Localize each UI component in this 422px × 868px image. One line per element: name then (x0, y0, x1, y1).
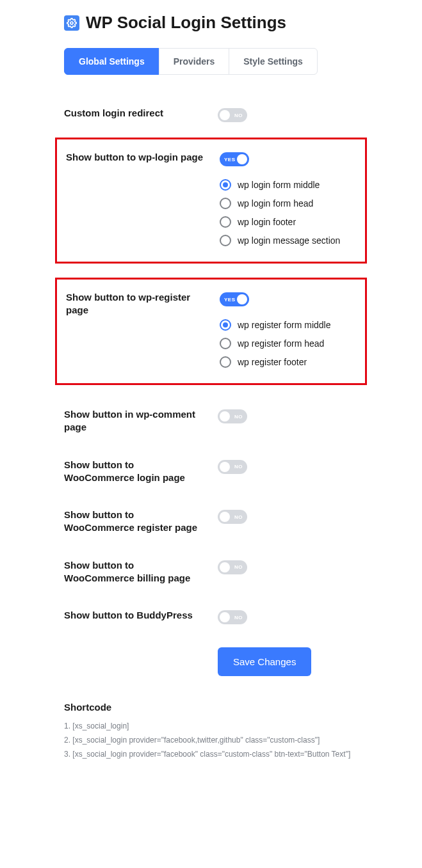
radio-wp-login-footer[interactable]: wp login footer (220, 216, 356, 228)
radio-wp-register-form-head[interactable]: wp register form head (220, 338, 356, 349)
radio-label: wp login form head (238, 198, 313, 209)
radio-label: wp login footer (238, 217, 296, 227)
tabs: Global Settings Providers Style Settings (64, 48, 410, 75)
row-wp-login: Show button to wp-login page YES wp logi… (55, 138, 367, 264)
label-wp-login: Show button to wp-login page (66, 151, 220, 164)
radios-wp-register: wp register form middle wp register form… (220, 319, 356, 368)
gear-icon (64, 15, 79, 31)
svg-point-0 (70, 22, 73, 24)
toggle-wp-comment[interactable]: NO (218, 409, 247, 423)
radio-wp-login-form-middle[interactable]: wp login form middle (220, 179, 356, 191)
row-custom-redirect: Custom login redirect NO (64, 98, 410, 131)
label-woo-login: Show button to WooCommerce login page (64, 459, 218, 485)
radio-label: wp login message section (238, 235, 340, 246)
shortcode-title: Shortcode (64, 702, 410, 713)
tab-providers[interactable]: Providers (159, 48, 230, 75)
row-woo-login: Show button to WooCommerce login page NO (64, 450, 410, 494)
toggle-wp-register[interactable]: YES (220, 292, 249, 306)
row-woo-billing: Show button to WooCommerce billing page … (64, 550, 410, 594)
toggle-woo-register[interactable]: NO (218, 510, 247, 524)
radios-wp-login: wp login form middle wp login form head … (220, 179, 356, 246)
toggle-woo-login[interactable]: NO (218, 460, 247, 474)
label-wp-comment: Show button in wp-comment page (64, 408, 218, 434)
label-woo-billing: Show button to WooCommerce billing page (64, 559, 218, 585)
toggle-woo-billing[interactable]: NO (218, 560, 247, 574)
toggle-wp-login[interactable]: YES (220, 152, 249, 166)
radio-wp-register-footer[interactable]: wp register footer (220, 356, 356, 368)
shortcode-line: 3. [xs_social_login provider="facebook" … (64, 750, 410, 759)
radio-wp-login-message-section[interactable]: wp login message section (220, 235, 356, 246)
shortcode-section: Shortcode 1. [xs_social_login] 2. [xs_so… (64, 702, 410, 759)
radio-label: wp register footer (238, 357, 307, 367)
row-woo-register: Show button to WooCommerce register page… (64, 500, 410, 544)
radio-label: wp register form head (238, 338, 324, 349)
toggle-custom-redirect[interactable]: NO (218, 108, 247, 122)
tab-style-settings[interactable]: Style Settings (229, 48, 318, 75)
label-buddypress: Show button to BuddyPress (64, 609, 218, 622)
row-buddypress: Show button to BuddyPress NO (64, 600, 410, 633)
label-custom-redirect: Custom login redirect (64, 107, 218, 120)
radio-label: wp register form middle (238, 320, 331, 330)
save-button[interactable]: Save Changes (218, 647, 311, 676)
page-header: WP Social Login Settings (64, 13, 410, 33)
radio-wp-register-form-middle[interactable]: wp register form middle (220, 319, 356, 331)
tab-global-settings[interactable]: Global Settings (64, 48, 159, 75)
shortcode-line: 1. [xs_social_login] (64, 722, 410, 730)
row-wp-comment: Show button in wp-comment page NO (64, 399, 410, 443)
page-title: WP Social Login Settings (86, 13, 286, 33)
label-wp-register: Show button to wp-register page (66, 291, 220, 317)
toggle-buddypress[interactable]: NO (218, 610, 247, 624)
row-wp-register: Show button to wp-register page YES wp r… (55, 278, 367, 385)
radio-label: wp login form middle (238, 180, 320, 190)
label-woo-register: Show button to WooCommerce register page (64, 509, 218, 535)
shortcode-line: 2. [xs_social_login provider="facebook,t… (64, 736, 410, 745)
radio-wp-login-form-head[interactable]: wp login form head (220, 198, 356, 209)
